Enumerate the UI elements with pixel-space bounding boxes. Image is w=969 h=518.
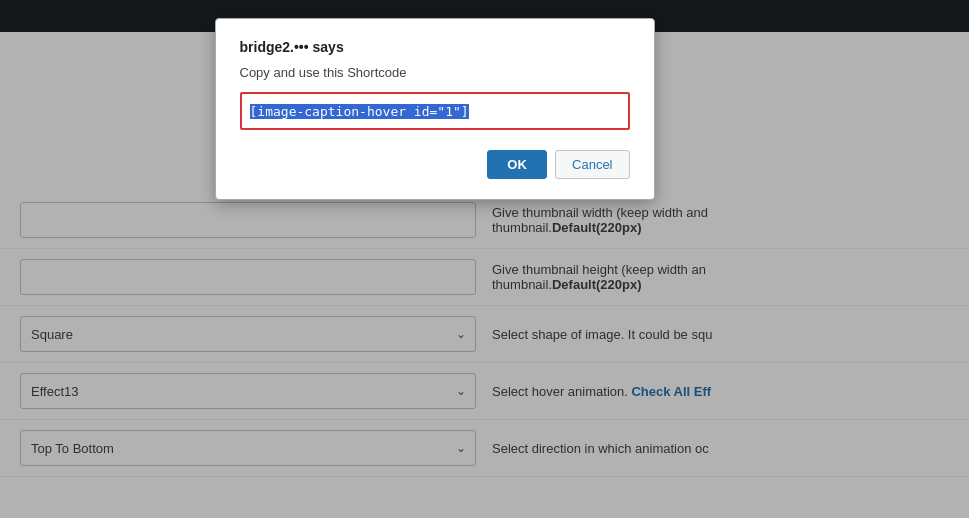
modal-overlay: bridge2.••• says Copy and use this Short… <box>0 0 969 518</box>
cancel-button[interactable]: Cancel <box>555 150 629 179</box>
ok-button[interactable]: OK <box>487 150 547 179</box>
modal-subtitle: Copy and use this Shortcode <box>240 65 630 80</box>
modal-title: bridge2.••• says <box>240 39 630 55</box>
modal-input-wrapper <box>240 92 630 130</box>
modal-buttons: OK Cancel <box>240 150 630 179</box>
shortcode-modal: bridge2.••• says Copy and use this Short… <box>215 18 655 200</box>
shortcode-input[interactable] <box>242 94 628 128</box>
